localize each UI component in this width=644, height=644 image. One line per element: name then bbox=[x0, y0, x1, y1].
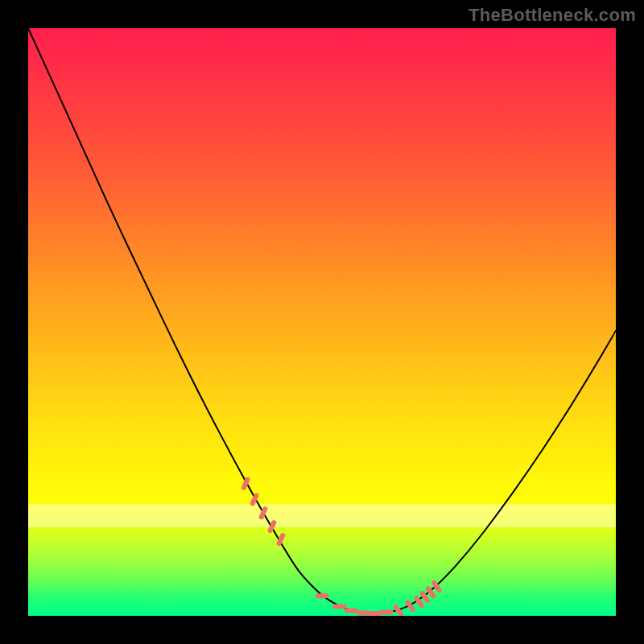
watermark-label: TheBottleneck.com bbox=[469, 5, 636, 26]
plot-area bbox=[28, 28, 616, 616]
chart-frame: TheBottleneck.com bbox=[0, 0, 644, 644]
highlight-band bbox=[28, 504, 616, 527]
